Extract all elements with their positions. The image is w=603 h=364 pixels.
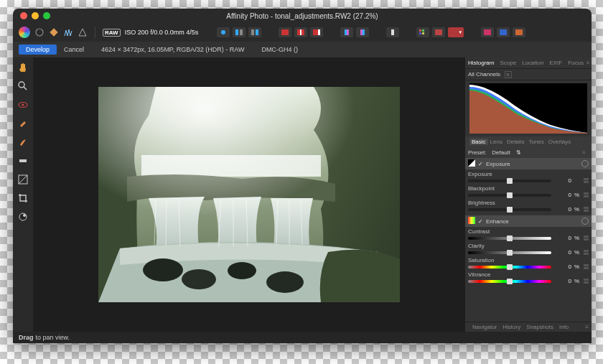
- view-tool-icon[interactable]: [17, 99, 29, 111]
- slider-brightness: Brightness0%: [465, 198, 592, 213]
- enhance-header[interactable]: ✓ Enhance: [465, 215, 592, 227]
- svg-rect-19: [419, 32, 421, 34]
- main-area: Histogram Scope Location EXIF Focus ≡ Al…: [13, 57, 592, 332]
- svg-rect-29: [19, 159, 27, 162]
- chevron-updown-icon[interactable]: ⇅: [505, 71, 512, 78]
- hand-tool-icon[interactable]: [17, 62, 29, 73]
- slider-track[interactable]: [468, 266, 551, 269]
- cancel-button[interactable]: Cancel: [64, 46, 84, 53]
- value-stepper[interactable]: [583, 250, 589, 256]
- right-swatch-group: [481, 27, 525, 37]
- swatch-button[interactable]: [432, 27, 445, 37]
- context-toolbar: Develop Cancel 4624 × 3472px, 16.05MP, R…: [13, 42, 592, 57]
- slider-track[interactable]: [468, 179, 551, 182]
- value-stepper[interactable]: [583, 264, 589, 270]
- raw-badge: RAW: [103, 29, 121, 37]
- value-stepper[interactable]: [583, 235, 589, 241]
- check-icon[interactable]: ✓: [478, 218, 483, 225]
- preset-dropdown[interactable]: Default: [492, 149, 510, 156]
- clip-mids-button[interactable]: [294, 27, 307, 37]
- gradient-tool-icon[interactable]: [17, 174, 29, 185]
- slider-thumb[interactable]: [507, 207, 513, 213]
- slider-thumb[interactable]: [507, 178, 513, 184]
- slider-value: 0: [554, 192, 571, 198]
- develop-button[interactable]: Develop: [19, 45, 57, 55]
- tab-info[interactable]: Info: [556, 324, 571, 330]
- svg-rect-40: [98, 87, 400, 302]
- persona-liquify-icon[interactable]: [34, 27, 45, 37]
- rotate-cw-button[interactable]: [340, 27, 353, 37]
- white-balance-tool-icon[interactable]: [17, 211, 29, 223]
- tab-exif[interactable]: EXIF: [546, 60, 565, 66]
- value-stepper[interactable]: [583, 192, 589, 198]
- tab-navigator[interactable]: Navigator: [469, 324, 500, 330]
- value-stepper[interactable]: [583, 279, 589, 284]
- subtab-lens[interactable]: Lens: [488, 139, 505, 145]
- value-stepper[interactable]: [583, 178, 589, 184]
- split-view-button[interactable]: [233, 27, 246, 37]
- slider-value: 0: [554, 263, 571, 270]
- persona-tone-icon[interactable]: [63, 27, 73, 37]
- subtab-overlays[interactable]: Overlays: [546, 139, 574, 145]
- slider-thumb[interactable]: [507, 279, 513, 284]
- subtab-tones[interactable]: Tones: [526, 139, 546, 145]
- tab-scope[interactable]: Scope: [497, 60, 519, 66]
- blemish-tool-icon[interactable]: [17, 136, 29, 148]
- check-icon[interactable]: ✓: [478, 161, 483, 167]
- red-eye-tool-icon[interactable]: [17, 118, 29, 129]
- panel-menu-icon[interactable]: ≡: [582, 149, 589, 156]
- slider-unit: %: [574, 249, 580, 256]
- rotate-ccw-button[interactable]: [356, 27, 369, 37]
- panel-b-button[interactable]: [497, 27, 510, 37]
- reset-icon[interactable]: [581, 218, 589, 225]
- slider-thumb[interactable]: [507, 235, 513, 241]
- slider-track[interactable]: [468, 280, 551, 283]
- tab-location[interactable]: Location: [519, 60, 546, 66]
- slider-track[interactable]: [468, 194, 551, 197]
- slider-thumb[interactable]: [507, 264, 513, 270]
- svg-point-25: [19, 82, 24, 88]
- panel-menu-icon[interactable]: ≡: [586, 60, 593, 66]
- document-image[interactable]: [98, 87, 400, 302]
- reset-icon[interactable]: [581, 160, 589, 167]
- slider-label: Brightness: [468, 200, 589, 206]
- tab-focus[interactable]: Focus: [565, 60, 586, 66]
- exposure-title: Exposure: [486, 161, 510, 167]
- zoom-tool-icon[interactable]: [17, 80, 29, 92]
- slider-saturation: Saturation0%: [465, 256, 592, 270]
- single-view-button[interactable]: [217, 27, 230, 37]
- persona-develop-icon[interactable]: [49, 27, 59, 37]
- grid-button[interactable]: [416, 27, 429, 37]
- panel-a-button[interactable]: [481, 27, 494, 37]
- persona-export-icon[interactable]: [78, 27, 88, 37]
- value-stepper[interactable]: [583, 207, 589, 213]
- preset-label: Preset:: [468, 149, 486, 156]
- color-dropdown[interactable]: ▼: [448, 27, 464, 37]
- crop-tool-icon[interactable]: [17, 192, 29, 204]
- slider-thumb[interactable]: [507, 250, 513, 256]
- tab-history[interactable]: History: [500, 324, 523, 330]
- slider-track[interactable]: [468, 251, 551, 254]
- titlebar: Affinity Photo - tonal_adjustments.RW2 (…: [13, 9, 592, 23]
- channel-dropdown[interactable]: All Channels: [468, 71, 500, 78]
- sync-button[interactable]: [386, 27, 399, 37]
- window-title: Affinity Photo - tonal_adjustments.RW2 (…: [13, 12, 592, 20]
- canvas-viewport[interactable]: [33, 57, 465, 332]
- slider-thumb[interactable]: [507, 192, 513, 198]
- chevron-updown-icon[interactable]: ⇅: [516, 149, 521, 156]
- svg-rect-17: [419, 29, 421, 32]
- panel-c-button[interactable]: [513, 27, 525, 37]
- slider-track[interactable]: [468, 237, 551, 240]
- clip-highlights-button[interactable]: [310, 27, 323, 37]
- subtab-basic[interactable]: Basic: [469, 139, 488, 145]
- panel-menu-icon[interactable]: ≡: [585, 324, 592, 330]
- tab-snapshots[interactable]: Snapshots: [523, 324, 556, 330]
- mirror-view-button[interactable]: [248, 27, 261, 37]
- overlay-brush-icon[interactable]: [17, 155, 29, 167]
- tab-histogram[interactable]: Histogram: [465, 60, 497, 66]
- exposure-header[interactable]: ✓ Exposure: [465, 158, 592, 169]
- clip-shadows-button[interactable]: [279, 27, 291, 37]
- subtab-details[interactable]: Details: [505, 139, 526, 145]
- slider-track[interactable]: [468, 208, 551, 211]
- swatches-group: ▼: [416, 27, 464, 37]
